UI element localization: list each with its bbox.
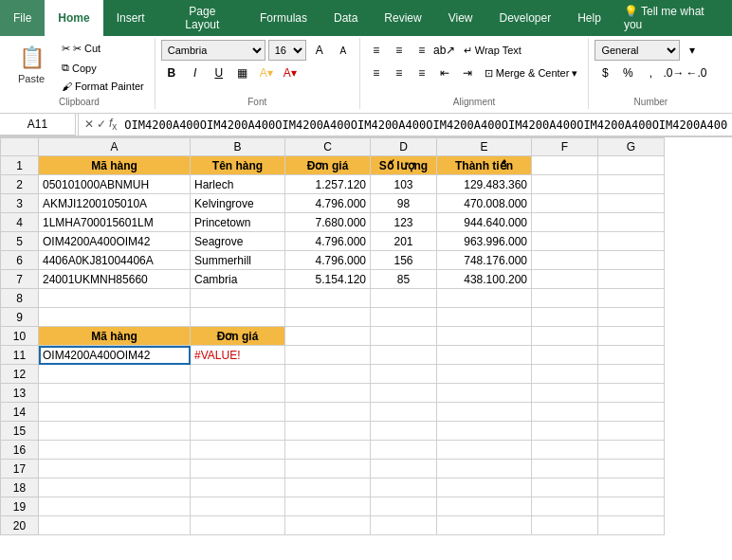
- row-header-7[interactable]: 7: [1, 270, 39, 289]
- table-row[interactable]: [285, 516, 371, 535]
- ribbon-tab-help[interactable]: Help: [564, 0, 614, 36]
- ribbon-tab-view[interactable]: View: [435, 0, 486, 36]
- table-row[interactable]: 156: [371, 251, 437, 270]
- table-row[interactable]: [532, 327, 598, 346]
- table-row[interactable]: [371, 289, 437, 308]
- col-header-D[interactable]: D: [371, 138, 437, 156]
- cancel-formula-icon[interactable]: ✕: [84, 117, 94, 131]
- table-row[interactable]: Thành tiền: [437, 156, 532, 175]
- table-row[interactable]: [532, 175, 598, 194]
- table-row[interactable]: 438.100.200: [437, 270, 532, 289]
- indent-decrease-button[interactable]: ⇤: [434, 63, 455, 83]
- table-row[interactable]: [371, 422, 437, 441]
- indent-increase-button[interactable]: ⇥: [457, 63, 478, 83]
- table-row[interactable]: 103: [371, 175, 437, 194]
- table-row[interactable]: [598, 270, 665, 289]
- table-row[interactable]: [285, 308, 371, 327]
- table-row[interactable]: [39, 422, 191, 441]
- table-row[interactable]: [39, 497, 191, 516]
- table-row[interactable]: 748.176.000: [437, 251, 532, 270]
- table-row[interactable]: 7.680.000: [285, 213, 371, 232]
- table-row[interactable]: [598, 384, 665, 403]
- table-row[interactable]: Mã hàng: [39, 156, 191, 175]
- table-row[interactable]: [39, 365, 191, 384]
- decrease-font-button[interactable]: A: [333, 40, 354, 61]
- table-row[interactable]: [532, 346, 598, 365]
- confirm-formula-icon[interactable]: ✓: [97, 117, 106, 131]
- row-header-17[interactable]: 17: [1, 460, 39, 479]
- row-header-6[interactable]: 6: [1, 251, 39, 270]
- col-header-G[interactable]: G: [598, 138, 665, 156]
- table-row[interactable]: [39, 289, 191, 308]
- table-row[interactable]: [191, 365, 285, 384]
- table-row[interactable]: 85: [371, 270, 437, 289]
- table-row[interactable]: [191, 289, 285, 308]
- table-row[interactable]: [532, 441, 598, 460]
- table-row[interactable]: [598, 403, 665, 422]
- table-row[interactable]: [437, 403, 532, 422]
- underline-button[interactable]: U: [209, 63, 229, 83]
- table-row[interactable]: [371, 516, 437, 535]
- table-row[interactable]: [191, 460, 285, 479]
- table-row[interactable]: [532, 403, 598, 422]
- table-row[interactable]: [598, 194, 665, 213]
- row-header-13[interactable]: 13: [1, 384, 39, 403]
- table-row[interactable]: [191, 441, 285, 460]
- table-row[interactable]: [437, 479, 532, 497]
- wrap-text-button[interactable]: ↵ Wrap Text: [457, 42, 528, 60]
- table-row[interactable]: Mã hàng: [39, 327, 191, 346]
- table-row[interactable]: [39, 441, 191, 460]
- table-row[interactable]: [437, 516, 532, 535]
- table-row[interactable]: 4.796.000: [285, 194, 371, 213]
- number-expand-button[interactable]: ▾: [682, 40, 703, 61]
- table-row[interactable]: 050101000ABNMUH: [39, 175, 191, 194]
- table-row[interactable]: [598, 289, 665, 308]
- table-row[interactable]: [191, 308, 285, 327]
- ribbon-tab-data[interactable]: Data: [320, 0, 371, 36]
- table-row[interactable]: 1LMHA700015601LM: [39, 213, 191, 232]
- increase-decimal-button[interactable]: .0→: [663, 63, 684, 83]
- table-row[interactable]: [532, 156, 598, 175]
- align-bottom-button[interactable]: ≡: [412, 40, 432, 61]
- table-row[interactable]: [191, 403, 285, 422]
- row-header-18[interactable]: 18: [1, 479, 39, 497]
- table-row[interactable]: [371, 403, 437, 422]
- table-row[interactable]: [532, 460, 598, 479]
- col-header-B[interactable]: B: [191, 138, 285, 156]
- table-row[interactable]: 98: [371, 194, 437, 213]
- row-header-12[interactable]: 12: [1, 365, 39, 384]
- row-header-20[interactable]: 20: [1, 516, 39, 535]
- table-row[interactable]: [191, 497, 285, 516]
- table-row[interactable]: Cambria: [191, 270, 285, 289]
- table-row[interactable]: #VALUE!: [191, 346, 285, 365]
- merge-center-button[interactable]: ⊡ Merge & Center ▾: [480, 64, 583, 82]
- table-row[interactable]: [598, 308, 665, 327]
- table-row[interactable]: [191, 516, 285, 535]
- table-row[interactable]: [437, 308, 532, 327]
- col-header-E[interactable]: E: [437, 138, 532, 156]
- table-row[interactable]: [437, 365, 532, 384]
- table-row[interactable]: [532, 213, 598, 232]
- row-header-1[interactable]: 1: [1, 156, 39, 175]
- table-row[interactable]: 4.796.000: [285, 251, 371, 270]
- table-row[interactable]: Seagrove: [191, 232, 285, 251]
- row-header-8[interactable]: 8: [1, 289, 39, 308]
- paste-button[interactable]: 📋 Paste: [9, 40, 53, 87]
- table-row[interactable]: [437, 384, 532, 403]
- table-row[interactable]: [598, 441, 665, 460]
- table-row[interactable]: [285, 460, 371, 479]
- table-row[interactable]: [39, 479, 191, 497]
- row-header-15[interactable]: 15: [1, 422, 39, 441]
- table-row[interactable]: [532, 422, 598, 441]
- table-row[interactable]: [598, 327, 665, 346]
- row-header-19[interactable]: 19: [1, 497, 39, 516]
- table-row[interactable]: [598, 156, 665, 175]
- ribbon-tab-review[interactable]: Review: [371, 0, 434, 36]
- table-row[interactable]: [371, 346, 437, 365]
- table-row[interactable]: [285, 384, 371, 403]
- col-header-C[interactable]: C: [285, 138, 371, 156]
- table-row[interactable]: 1.257.120: [285, 175, 371, 194]
- tell-me-box[interactable]: 💡 Tell me what you: [614, 0, 732, 36]
- font-color-button[interactable]: A▾: [280, 63, 301, 83]
- table-row[interactable]: [437, 289, 532, 308]
